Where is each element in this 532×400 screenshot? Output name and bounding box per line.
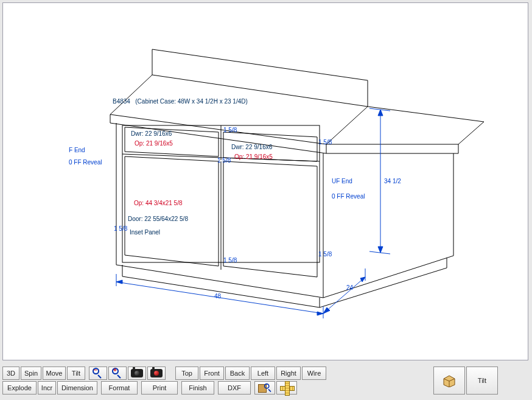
- zoom-out-icon: −: [93, 368, 103, 379]
- svg-marker-17: [378, 247, 383, 253]
- format-button[interactable]: Format: [101, 381, 138, 395]
- dimension-button[interactable]: Dimension: [57, 381, 97, 395]
- reveal-top: 1 5/8: [223, 127, 237, 133]
- reveal-mid: 1 5/8: [217, 157, 231, 164]
- right-view-button[interactable]: Right: [276, 367, 301, 380]
- wire-button[interactable]: Wire: [302, 367, 326, 380]
- cabinet-wireframe: [3, 3, 528, 360]
- move-button[interactable]: Move: [43, 367, 66, 380]
- tilt-big-label: Tilt: [478, 377, 486, 384]
- dim-depth: 24: [346, 284, 353, 291]
- box-icon: [441, 374, 457, 387]
- ruler-cross-icon: [280, 381, 293, 395]
- drawing-canvas[interactable]: B4834 (Cabinet Case: 48W x 34 1/2H x 23 …: [2, 2, 528, 360]
- box-big-button[interactable]: [433, 367, 465, 395]
- zoom-out-button[interactable]: −: [89, 367, 107, 380]
- drawer-right-op: Op: 21 9/16x5: [234, 153, 273, 160]
- snapshot-button[interactable]: [128, 367, 146, 380]
- top-view-button[interactable]: Top: [175, 367, 198, 380]
- camera-icon: [131, 369, 143, 377]
- drawer-left-dwr: Dwr: 22 9/16x6: [131, 130, 172, 137]
- right-ffreveal-label: 0 FF Reveal: [332, 193, 365, 200]
- spin-button[interactable]: Spin: [21, 367, 41, 380]
- finish-button[interactable]: Finish: [181, 381, 214, 395]
- zoom-in-icon: +: [112, 368, 123, 379]
- tilt-big-button[interactable]: Tilt: [466, 367, 498, 395]
- explode-button[interactable]: Explode: [2, 381, 37, 395]
- left-view-button[interactable]: Left: [251, 367, 275, 380]
- dxf-button[interactable]: DXF: [218, 381, 251, 395]
- reveal-bottom: 1 5/8: [223, 257, 237, 264]
- door-op: Op: 44 3/4x21 5/8: [134, 200, 183, 206]
- incr-button[interactable]: Incr: [38, 381, 56, 395]
- reveal-right: 1 5/8: [318, 251, 332, 258]
- svg-marker-8: [317, 312, 323, 315]
- search-tool-button[interactable]: [254, 381, 275, 395]
- drawer-left-op: Op: 21 9/16x5: [135, 140, 173, 147]
- zoom-in-button[interactable]: +: [108, 367, 127, 380]
- left-end-label: F End: [69, 147, 85, 153]
- camera-record-icon: [150, 369, 163, 377]
- front-view-button[interactable]: Front: [200, 367, 224, 380]
- right-end-label: UF End: [332, 178, 352, 184]
- drawer-right-dwr: Dwr: 22 9/16x6: [231, 144, 272, 150]
- dim-height: 34 1/2: [384, 178, 401, 184]
- reveal-left: 1 5/8: [114, 225, 127, 232]
- dim-width: 48: [214, 293, 221, 300]
- print-button[interactable]: Print: [141, 381, 178, 395]
- toolbar: 3D Spin Move Tilt − + Top Front Back Lef…: [0, 364, 532, 400]
- door-inset: Inset Panel: [130, 229, 160, 236]
- tilt-button[interactable]: Tilt: [67, 367, 85, 380]
- svg-marker-16: [378, 110, 383, 116]
- reveal-right-top: 1 5/8: [318, 139, 332, 146]
- threed-button[interactable]: 3D: [2, 367, 19, 380]
- measure-tool-button[interactable]: [276, 381, 297, 395]
- cabinet-id: B4834 (Cabinet Case: 48W x 34 1/2H x 23 …: [113, 98, 248, 105]
- svg-marker-7: [116, 280, 122, 284]
- svg-marker-12: [360, 277, 365, 282]
- back-view-button[interactable]: Back: [225, 367, 250, 380]
- door-size: Door: 22 55/64x22 5/8: [128, 216, 188, 222]
- app-root: B4834 (Cabinet Case: 48W x 34 1/2H x 23 …: [0, 0, 532, 400]
- record-button[interactable]: [147, 367, 166, 380]
- left-ffreveal-label: 0 FF Reveal: [69, 159, 102, 166]
- search-cube-icon: [258, 382, 271, 393]
